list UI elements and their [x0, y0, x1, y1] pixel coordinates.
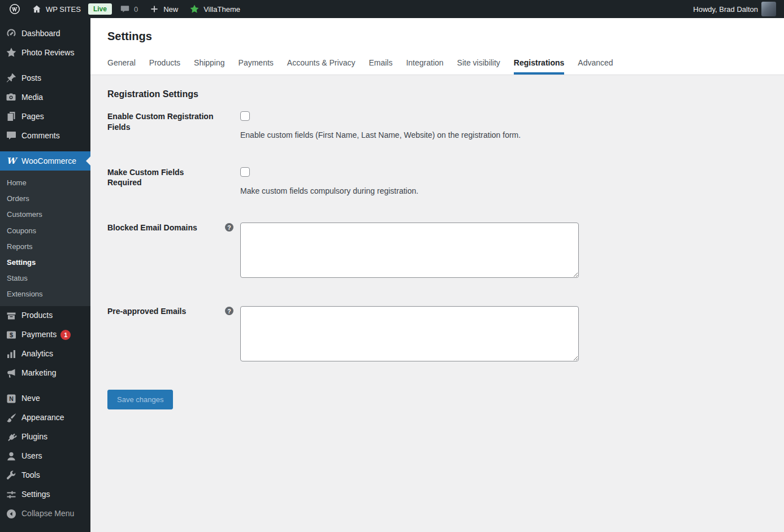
tab-products[interactable]: Products	[149, 58, 180, 75]
sidebar-item-label: Payments	[21, 330, 57, 339]
sidebar-item-comments[interactable]: Comments	[0, 126, 90, 145]
field-description: Enable custom fields (First Name, Last N…	[240, 130, 773, 141]
sidebar-item-dashboard[interactable]: Dashboard	[0, 24, 90, 43]
howdy-text: Howdy, Brad Dalton	[693, 5, 758, 14]
admin-bar-right: Howdy, Brad Dalton	[690, 0, 784, 18]
wordpress-logo-icon	[9, 3, 20, 15]
svg-text:$: $	[10, 332, 13, 338]
settings-header: Settings General Products Shipping Payme…	[90, 18, 784, 75]
star-icon	[189, 3, 200, 15]
help-tip-icon[interactable]: ?	[225, 307, 233, 315]
sidebar-item-label: Posts	[21, 73, 41, 83]
products-box-icon	[6, 310, 17, 321]
registration-settings-panel: Registration Settings Enable Custom Regi…	[90, 75, 784, 409]
villatheme-menu[interactable]: VillaTheme	[185, 0, 244, 18]
avatar	[761, 2, 776, 16]
payments-update-badge: 1	[60, 330, 71, 340]
sidebar-item-analytics[interactable]: Analytics	[0, 345, 90, 364]
enable-custom-fields-checkbox[interactable]	[240, 111, 250, 121]
blocked-email-domains-textarea[interactable]	[240, 223, 579, 278]
sidebar-item-label: Media	[21, 93, 43, 102]
svg-text:N: N	[9, 395, 14, 402]
sidebar-item-settings[interactable]: Settings	[0, 485, 90, 504]
submenu-item-orders[interactable]: Orders	[0, 191, 90, 207]
new-content-menu[interactable]: New	[145, 0, 181, 18]
help-tip-icon[interactable]: ?	[225, 223, 233, 232]
field-label: Make Custom Fields Required	[107, 167, 218, 189]
sidebar-item-marketing[interactable]: Marketing	[0, 364, 90, 383]
admin-bar: WP SITES Live 0 New VillaTheme Howdy, Br…	[0, 0, 784, 18]
sidebar-item-label: Collapse Menu	[21, 509, 74, 518]
sidebar-item-payments[interactable]: $ Payments 1	[0, 325, 90, 345]
plus-icon	[149, 3, 160, 15]
paintbrush-icon	[6, 412, 17, 424]
submenu-item-reports[interactable]: Reports	[0, 239, 90, 255]
media-icon	[6, 91, 17, 103]
save-changes-button[interactable]: Save changes	[107, 390, 173, 409]
field-label: Pre-approved Emails	[107, 306, 186, 317]
tab-integration[interactable]: Integration	[406, 58, 443, 75]
sidebar-item-users[interactable]: Users	[0, 447, 90, 466]
sidebar-item-label: Tools	[21, 470, 40, 480]
field-input-cell: Make custom fields compulsory during reg…	[240, 167, 773, 197]
sidebar-item-woocommerce[interactable]: W WooCommerce	[0, 151, 90, 171]
wrench-icon	[6, 470, 17, 481]
tab-accounts-privacy[interactable]: Accounts & Privacy	[287, 58, 356, 75]
sidebar-item-photo-reviews[interactable]: Photo Reviews	[0, 43, 90, 62]
submenu-item-coupons[interactable]: Coupons	[0, 223, 90, 239]
sidebar-item-posts[interactable]: Posts	[0, 68, 90, 88]
sidebar-item-neve[interactable]: N Neve	[0, 389, 90, 408]
sidebar-item-appearance[interactable]: Appearance	[0, 408, 90, 428]
site-link[interactable]: WP SITES	[28, 0, 84, 18]
required-custom-fields-checkbox[interactable]	[240, 167, 250, 177]
section-title: Registration Settings	[107, 89, 773, 99]
admin-sidebar: Dashboard Photo Reviews Posts Media Page…	[0, 18, 90, 532]
form-row-preapproved-emails: Pre-approved Emails ?	[107, 306, 773, 364]
field-label-cell: Make Custom Fields Required	[107, 167, 240, 189]
neve-icon: N	[6, 393, 17, 404]
field-description: Make custom fields compulsory during reg…	[240, 186, 773, 197]
field-label: Blocked Email Domains	[107, 223, 197, 233]
my-account-menu[interactable]: Howdy, Brad Dalton	[690, 0, 779, 18]
field-label-cell: Pre-approved Emails ?	[107, 306, 240, 317]
sidebar-item-label: Analytics	[21, 349, 53, 359]
preapproved-emails-textarea[interactable]	[240, 306, 579, 361]
wordpress-menu[interactable]	[6, 0, 24, 18]
sliders-icon	[6, 489, 17, 500]
collapse-menu-button[interactable]: Collapse Menu	[0, 504, 90, 524]
submenu-item-extensions[interactable]: Extensions	[0, 286, 90, 302]
submenu-item-status[interactable]: Status	[0, 271, 90, 286]
new-label: New	[163, 5, 178, 14]
tab-emails[interactable]: Emails	[369, 58, 392, 75]
comment-bubble-icon	[119, 3, 131, 15]
submenu-item-home[interactable]: Home	[0, 175, 90, 191]
settings-tabs: General Products Shipping Payments Accou…	[107, 58, 784, 75]
pages-icon	[6, 111, 17, 122]
comments-shortcut[interactable]: 0	[116, 0, 141, 18]
sidebar-item-plugins[interactable]: Plugins	[0, 428, 90, 447]
payments-icon: $	[6, 329, 17, 341]
sidebar-item-products[interactable]: Products	[0, 306, 90, 325]
woocommerce-submenu: Home Orders Customers Coupons Reports Se…	[0, 171, 90, 306]
tab-registrations[interactable]: Registrations	[514, 58, 564, 75]
sidebar-item-tools[interactable]: Tools	[0, 466, 90, 485]
sidebar-item-label: Neve	[21, 394, 40, 403]
plug-icon	[6, 431, 17, 443]
tab-site-visibility[interactable]: Site visibility	[457, 58, 500, 75]
tab-advanced[interactable]: Advanced	[578, 58, 613, 75]
submenu-item-customers[interactable]: Customers	[0, 207, 90, 223]
woocommerce-icon: W	[6, 155, 17, 167]
megaphone-icon	[6, 368, 17, 379]
tab-payments[interactable]: Payments	[239, 58, 274, 75]
sidebar-item-pages[interactable]: Pages	[0, 107, 90, 126]
active-menu-arrow	[81, 156, 90, 165]
sidebar-item-label: Users	[21, 451, 42, 461]
tab-shipping[interactable]: Shipping	[194, 58, 225, 75]
main-content: Settings General Products Shipping Payme…	[90, 18, 784, 532]
tab-general[interactable]: General	[107, 58, 136, 75]
sidebar-item-media[interactable]: Media	[0, 88, 90, 107]
live-badge: Live	[88, 3, 112, 15]
dashboard-icon	[6, 28, 17, 39]
sidebar-item-label: Settings	[21, 490, 50, 499]
submenu-item-settings[interactable]: Settings	[0, 255, 90, 271]
